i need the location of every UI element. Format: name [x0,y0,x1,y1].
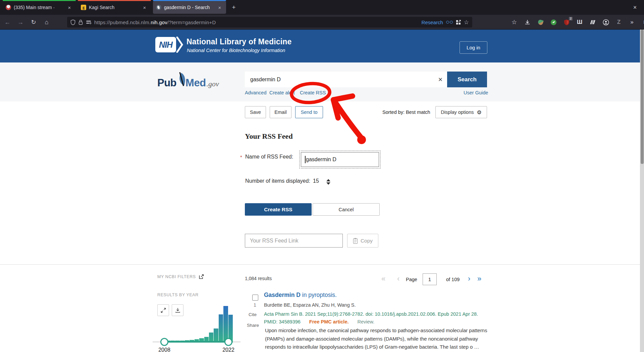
overflow-chevrons-icon[interactable]: » [628,18,636,26]
star-extension-icon[interactable]: ☆ [511,18,518,26]
external-link-icon [199,274,204,279]
gear-icon: ⚙ [477,109,481,116]
advanced-link[interactable]: Advanced [245,90,267,95]
stepper-up-icon[interactable] [326,179,330,181]
nlm-title[interactable]: National Library of Medicine [186,37,292,46]
trident-extension-icon[interactable]: Ш [576,18,583,26]
lock-icon[interactable] [78,19,83,25]
green-badge-extension-icon[interactable] [550,18,557,26]
unicorn-extension-icon[interactable] [537,18,544,26]
stripes-extension-icon[interactable] [589,18,596,26]
pubmed-logo-pub: Pub [157,77,176,89]
search-input[interactable] [245,72,447,87]
tab-close-icon[interactable]: × [66,4,73,11]
year-slider-handle-left[interactable] [160,338,168,346]
tab1-favicon [6,5,11,10]
menu-icon[interactable]: ≡ [641,18,644,26]
scrollbar-thumb[interactable] [641,30,644,164]
pubmed-swoosh-icon [176,72,186,86]
nih-logo[interactable]: NIH [155,37,176,52]
display-options-button[interactable]: Display options ⚙ [435,106,487,118]
prev-page-icon[interactable]: ‹ [397,274,399,283]
reload-icon[interactable]: ↻ [28,17,39,28]
section-divider [0,264,640,265]
result-snippet: Upon microbe infection, the canonical pa… [265,326,489,351]
page-content: NIH National Library of Medicine Nationa… [0,30,640,352]
required-asterisk: * [240,154,242,160]
window-close-icon[interactable]: × [631,3,639,11]
result-title-rest: in pyroptosis. [301,292,337,298]
tab-title: (335) Main stream · [14,5,66,10]
last-page-icon[interactable]: » [477,274,481,283]
cancel-button[interactable]: Cancel [313,203,380,216]
items-stepper[interactable] [326,179,330,185]
page-number-input[interactable] [423,273,437,285]
result-checkbox[interactable] [252,295,258,301]
create-alert-link[interactable]: Create alert [269,90,295,95]
page-scrollbar [640,30,644,352]
user-guide-link[interactable]: User Guide [464,90,488,95]
zotero-icon[interactable]: Z [615,18,623,26]
tab-close-icon[interactable]: × [216,4,223,11]
nih-header: NIH National Library of Medicine Nationa… [0,30,640,62]
create-rss-button[interactable]: Create RSS [245,203,312,216]
page-label: Page [406,277,417,282]
rss-name-label: Name of RSS Feed: [245,154,293,160]
nlm-subtitle: National Center for Biotechnology Inform… [187,48,285,53]
back-icon[interactable]: ← [2,17,13,28]
send-to-button[interactable]: Send to [295,106,323,118]
tab-close-icon[interactable]: × [141,4,148,11]
result-title-link[interactable]: Gasdermin D in pyroptosis. [264,292,337,299]
review-label: Review. [358,319,375,324]
rss-name-input[interactable] [301,152,379,167]
tab3-favicon [156,5,161,10]
containers-grid-icon[interactable] [456,20,461,25]
email-button[interactable]: Email [270,106,291,118]
tab-title: Kagi Search [89,5,141,10]
adblock-shield-icon[interactable]: 2 [563,18,570,26]
clear-search-icon[interactable]: × [434,72,447,87]
login-button[interactable]: Log in [460,41,487,54]
text-caret [305,156,306,163]
nav-toolbar: ← → ↻ ⌂ https://pubmed.ncbi.nlm.nih.gov/… [0,15,644,30]
year-bar [219,314,223,342]
cite-button[interactable]: Cite [249,312,257,317]
share-button[interactable]: Share [247,323,259,328]
result-citation: Acta Pharm Sin B. 2021 Sep;11(9):2768-27… [264,311,478,317]
forward-icon[interactable]: → [15,17,26,28]
tab-kagi-search[interactable]: g Kagi Search × [78,1,151,14]
extension-row: ☆ 2 Ш Z » ≡ [511,15,644,30]
save-button[interactable]: Save [245,106,266,118]
home-icon[interactable]: ⌂ [41,17,52,28]
account-circle-icon[interactable] [602,18,609,26]
year-max-label: 2022 [221,347,236,352]
rss-name-field-wrap [301,152,379,167]
glasses-icon [446,21,453,24]
bookmark-star-icon[interactable]: ☆ [464,19,469,26]
items-displayed-label: Number of items displayed: [245,178,310,184]
first-page-icon[interactable]: « [381,274,385,283]
my-ncbi-filters-label: MY NCBI FILTERS [157,274,196,279]
next-page-icon[interactable]: › [468,274,470,283]
permissions-icon[interactable] [86,20,91,24]
tab-gasdermin-active[interactable]: gasdermin D - Search × [153,1,226,14]
search-button[interactable]: Search [447,72,487,87]
free-pmc-label: Free PMC article. [309,319,349,324]
my-ncbi-filters[interactable]: MY NCBI FILTERS [157,274,204,279]
url-bar[interactable]: https://pubmed.ncbi.nlm.nih.gov/?term=ga… [67,17,472,28]
pubmed-logo[interactable]: Pub Med .gov [157,72,219,89]
year-bar [214,328,218,342]
tab-main-stream[interactable]: (335) Main stream · × [3,1,76,14]
download-icon[interactable] [524,18,531,26]
new-tab-button[interactable]: + [229,3,239,12]
stepper-down-icon[interactable] [326,182,330,185]
tab2-favicon: g [81,5,86,10]
tab-title: gasdermin D - Search [164,5,216,10]
copy-button[interactable]: Copy [347,234,378,248]
tracking-shield-icon[interactable] [70,19,75,25]
research-bookmark-label[interactable]: Research [422,19,443,25]
rss-feed-link-input[interactable] [245,234,343,248]
url-text: https://pubmed.ncbi.nlm.nih.gov/?term=ga… [94,19,216,25]
create-rss-link[interactable]: Create RSS [300,90,326,95]
year-slider-handle-right[interactable] [224,338,232,346]
